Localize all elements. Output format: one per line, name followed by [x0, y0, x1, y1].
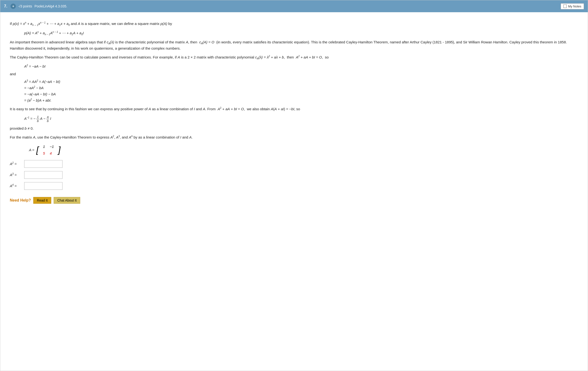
page-wrapper: 7. + -/3 points PooleLinAlg4 4.3.035. My…: [0, 0, 588, 371]
a3-line-1: A3 = AA2 = A(−aA − bI): [24, 79, 578, 85]
points-badge: +: [10, 4, 16, 9]
question-number: 7.: [4, 4, 7, 8]
matrix-table: 1 −1 5 4: [41, 143, 56, 157]
problem-ref: PooleLinAlg4 4.3.035.: [34, 4, 67, 8]
ainv-formula: A−1 = − 1 b A − a b I: [24, 115, 578, 123]
points-text: -/3 points: [18, 4, 32, 8]
notes-icon: [563, 5, 567, 8]
need-help-label: Need Help?: [10, 197, 31, 204]
cayley-paragraph: The Cayley-Hamilton Theorem can be used …: [10, 55, 578, 61]
matrix-display: A = [ 1 −1 5 4 ]: [29, 143, 578, 157]
a2-formula: A2 = −aA − bI: [24, 64, 578, 69]
my-notes-label: My Notes: [568, 5, 581, 8]
a4-input-row: A4 =: [10, 182, 578, 190]
header-left: 7. + -/3 points PooleLinAlg4 4.3.035.: [4, 4, 67, 9]
provided-text: provided b ≠ 0.: [10, 126, 578, 131]
a3-input-row: A3 =: [10, 171, 578, 179]
a3-derivation: A3 = AA2 = A(−aA − bI) = −aA2 − bA = −a(…: [24, 79, 578, 103]
bracket-left: [: [36, 146, 39, 154]
a3-input[interactable]: [24, 171, 63, 179]
a3-line-4: = (a2 − b)A + abI.: [24, 98, 578, 103]
and-label: and: [10, 71, 578, 77]
a2-label: A2 =: [10, 161, 22, 167]
matrix-cell-00: 1: [41, 143, 47, 150]
header-bar: 7. + -/3 points PooleLinAlg4 4.3.035. My…: [0, 0, 588, 12]
frac-1b: 1 b: [36, 115, 39, 123]
a3-line-3: = −a(−aA − bI) − bA: [24, 91, 578, 97]
content-area: If p(x) = xn + an – 1xn − 1 + ⋯ + a1x + …: [0, 12, 588, 213]
a3-label: A3 =: [10, 172, 22, 178]
theorem-paragraph: An important theorem in advanced linear …: [10, 39, 578, 52]
frac-ab: a b: [46, 115, 49, 123]
math-inline: p(x) = xn + an – 1xn − 1 + ⋯ + a1x + a0: [13, 22, 70, 26]
plus-icon: +: [12, 4, 14, 8]
bracket-right: ]: [58, 146, 61, 154]
continuing-paragraph: It is easy to see that by continuing in …: [10, 106, 578, 112]
a2-input[interactable]: [24, 160, 63, 168]
pa-formula: p(A) = An + an − 1An − 1 + ⋯ + a1A + a0I: [24, 30, 578, 36]
a2-input-row: A2 =: [10, 160, 578, 168]
intro-paragraph: If p(x) = xn + an – 1xn − 1 + ⋯ + a1x + …: [10, 21, 578, 27]
matrix-label: A =: [29, 147, 34, 153]
chat-about-button[interactable]: Chat About It: [54, 197, 80, 204]
matrix-cell-10: 5: [41, 150, 47, 157]
read-it-button[interactable]: Read It: [33, 197, 51, 204]
problem-statement: For the matrix A, use the Cayley-Hamilto…: [10, 134, 578, 141]
matrix-cell-01: −1: [47, 143, 56, 150]
need-help-row: Need Help? Read It Chat About It: [10, 197, 578, 204]
a3-line-2: = −aA2 − bA: [24, 85, 578, 91]
a4-input[interactable]: [24, 182, 63, 190]
my-notes-button[interactable]: My Notes: [561, 3, 584, 9]
matrix-cell-11: 4: [47, 150, 56, 157]
a4-label: A4 =: [10, 183, 22, 189]
